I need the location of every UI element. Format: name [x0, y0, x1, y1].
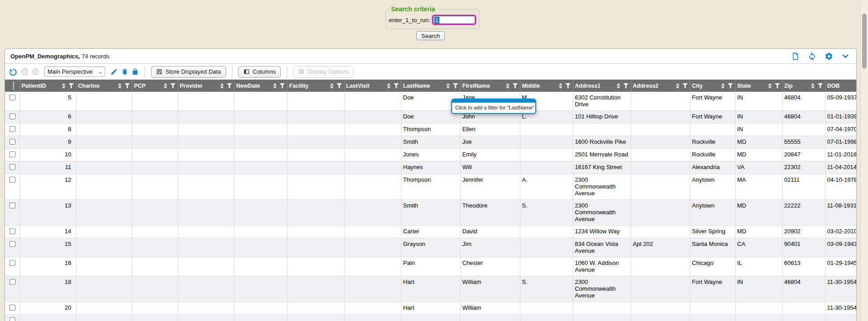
table-row[interactable]: 20HartWilliam11-30-1954 [5, 302, 856, 315]
sort-icon[interactable] [273, 83, 277, 89]
column-header-label: Address1 [575, 83, 601, 89]
row-checkbox[interactable] [9, 177, 15, 183]
column-header-address2[interactable]: Address2 [631, 80, 690, 92]
filter-funnel-icon[interactable] [280, 83, 285, 88]
store-displayed-data-button[interactable]: Store Displayed Data [151, 66, 226, 78]
new-document-icon[interactable] [791, 52, 800, 61]
column-header-state[interactable]: State [735, 80, 782, 92]
sort-icon[interactable] [768, 83, 772, 89]
sort-icon[interactable] [721, 83, 725, 89]
sort-icon[interactable] [811, 83, 815, 89]
enter-1-to-run-input[interactable]: 1 [432, 15, 476, 25]
filter-funnel-icon[interactable] [170, 83, 176, 88]
pencil-icon[interactable] [110, 68, 118, 76]
sort-icon[interactable] [617, 83, 620, 89]
table-row[interactable]: 12ThompsonJenniferA.2300 Commonwealth Av… [5, 174, 856, 200]
table-row[interactable]: 15GraysonJim834 Ocean Vista AvenueApt 20… [5, 238, 856, 257]
scrollbar-thumb[interactable] [862, 14, 867, 69]
filter-funnel-icon[interactable] [566, 83, 571, 88]
row-select-cell [5, 123, 19, 136]
sort-icon[interactable] [164, 83, 167, 89]
sort-icon[interactable] [446, 83, 450, 89]
row-checkbox[interactable] [9, 203, 15, 208]
chevron-left-icon[interactable]: ‹ [21, 68, 28, 76]
chevron-right-icon[interactable]: › [32, 68, 39, 76]
sort-icon[interactable] [62, 83, 66, 89]
row-checkbox[interactable] [9, 317, 15, 321]
filter-funnel-icon[interactable] [227, 83, 232, 88]
table-row[interactable]: 8ThompsonEllenIN07-04-1970 [5, 123, 856, 136]
column-header-lastname[interactable]: LastName [401, 80, 460, 92]
column-header-city[interactable]: City [690, 80, 735, 92]
filter-funnel-icon[interactable] [818, 83, 823, 88]
sort-icon[interactable] [220, 83, 224, 89]
sort-icon[interactable] [676, 83, 679, 89]
row-checkbox[interactable] [9, 164, 15, 170]
row-checkbox[interactable] [9, 151, 15, 157]
column-header-patientid[interactable]: PatientID [19, 80, 76, 92]
filter-funnel-icon[interactable] [623, 83, 629, 88]
filter-funnel-icon[interactable] [775, 83, 780, 88]
filter-funnel-icon[interactable] [453, 83, 458, 88]
filter-funnel-icon[interactable] [683, 83, 688, 88]
table-row[interactable]: 18HartWilliamS.2300 Commonwealth AvenueF… [5, 276, 856, 302]
settings-gear-icon[interactable] [824, 52, 833, 61]
sort-icon[interactable] [387, 83, 391, 89]
table-row[interactable]: 6DoeJohnL.101 Hilltop DriveFort WayneIN4… [5, 111, 856, 123]
cell-patientid: 6 [19, 111, 76, 123]
filter-funnel-icon[interactable] [125, 83, 130, 88]
perspective-select[interactable]: Main Perspective ⌄ [44, 66, 105, 77]
column-header-zip[interactable]: Zip [782, 80, 825, 92]
row-checkbox[interactable] [9, 228, 15, 234]
row-checkbox[interactable] [9, 126, 15, 132]
table-row[interactable]: 14CarterDavid1234 Willow WaySilver Sprin… [5, 226, 856, 238]
column-header-pcp[interactable]: PCP [132, 80, 178, 92]
table-row[interactable]: 16PainChester1060 W. Addison AvenueChica… [5, 257, 856, 276]
column-header-address1[interactable]: Address1 [573, 80, 631, 92]
column-header-dob[interactable]: DOB [825, 80, 856, 92]
table-row[interactable]: 9SmithJoe1600 Rockville PikeRockvilleMD5… [5, 136, 856, 149]
filter-funnel-icon[interactable] [728, 83, 733, 88]
column-header-lastvisit[interactable]: LastVisit [344, 80, 401, 92]
row-checkbox[interactable] [9, 305, 15, 311]
refresh-icon[interactable] [807, 52, 816, 61]
vertical-scrollbar[interactable] [860, 0, 868, 321]
sort-icon[interactable] [506, 83, 509, 89]
row-checkbox[interactable] [9, 113, 15, 119]
column-header-middle[interactable]: Middle [520, 80, 573, 92]
sort-icon[interactable] [330, 83, 334, 89]
row-checkbox[interactable] [9, 260, 15, 266]
row-checkbox[interactable] [9, 241, 15, 247]
chevron-down-icon[interactable] [841, 52, 850, 61]
lock-icon[interactable] [132, 68, 139, 76]
column-header-provider[interactable]: Provider [178, 80, 234, 92]
table-row[interactable]: 5DoeJaneM.6302 Constitution DriveFort Wa… [5, 92, 856, 111]
search-button[interactable]: Search [416, 31, 445, 40]
trash-icon[interactable] [121, 68, 128, 76]
sort-icon[interactable] [559, 83, 562, 89]
table-row[interactable]: 13SmithTheodoreS.2300 Commonwealth Avenu… [5, 200, 856, 226]
select-chevron-icon: ⌄ [98, 69, 103, 74]
select-all-checkbox[interactable] [13, 81, 14, 90]
cell-chartno [76, 226, 132, 238]
column-header-facility[interactable]: Facility [287, 80, 344, 92]
row-checkbox[interactable] [9, 279, 15, 285]
column-header-label: Zip [784, 83, 793, 89]
column-header-firstname[interactable]: FirstName [460, 80, 520, 92]
cell-firstname: Will [460, 161, 520, 174]
table-row[interactable] [5, 315, 856, 321]
column-header-newdate[interactable]: NewDate [234, 80, 287, 92]
sort-icon[interactable] [118, 83, 122, 89]
row-checkbox[interactable] [9, 94, 15, 100]
table-row[interactable]: 10JonesEmily2501 Merrvale RoadRockvilleM… [5, 149, 856, 161]
table-row[interactable]: 11HaynesWill16167 King StreetAlexandriaV… [5, 161, 856, 174]
filter-funnel-icon[interactable] [394, 83, 399, 88]
filter-funnel-icon[interactable] [337, 83, 342, 88]
filter-funnel-icon[interactable] [513, 83, 518, 88]
filter-funnel-icon[interactable] [69, 83, 74, 88]
cell-provider [178, 136, 234, 149]
column-header-chartno[interactable]: Chartno [76, 80, 132, 92]
undo-icon[interactable] [9, 67, 18, 76]
row-checkbox[interactable] [9, 139, 15, 145]
columns-button[interactable]: Columns [238, 66, 281, 78]
